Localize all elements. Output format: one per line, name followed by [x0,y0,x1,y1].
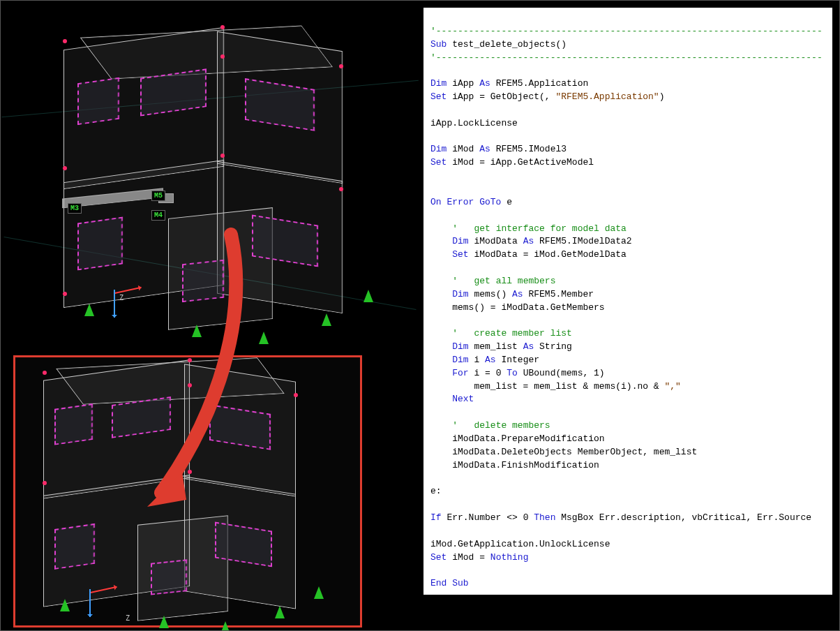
prepare-mod: iModData.PrepareModification [430,433,605,444]
i-decl: i [469,355,485,365]
comment-4: ' delete members [452,420,550,431]
code-editor[interactable]: '---------------------------------------… [423,8,832,595]
lock-license: iApp.LockLicense [430,118,518,128]
kw-to: To [507,368,518,378]
onerr-label: e [501,197,512,207]
axis-gizmo-top [112,269,154,311]
imod-assign: iMod = iApp.GetActiveModel [447,157,594,168]
comment-1: ' get interface for model data [452,223,627,234]
mems-assign: mems() = iModData.GetMembers [430,302,605,313]
viewport-before[interactable]: M3 M5 M4 Z [1,1,419,350]
iapp-assign: iApp = GetObject(, [447,91,555,102]
axis-label-z-bottom: Z [126,614,130,622]
loop-body: mem_list = mem_list & mems(i).no & [430,381,664,392]
delete-objects: iModData.DeleteObjects MemberObject, mem… [430,447,697,457]
kw-as: As [479,78,490,89]
finish-mod: iModData.FinishModification [430,460,599,470]
for-d: UBound(mems, 1) [518,368,605,378]
kw-endsub: End Sub [430,578,469,588]
kw-as6: As [485,355,496,365]
kw-set4: Set [430,552,447,563]
mems-type: RFEM5.Member [523,289,594,299]
memlist-decl: mem_list [469,341,523,352]
kw-set: Set [430,91,447,102]
kw-dim3: Dim [452,236,468,246]
kw-as5: As [523,341,534,352]
kw-sub: Sub [430,39,447,50]
set-nothing: iMod = [447,552,490,563]
imod-type: RFEM5.IModel3 [490,144,567,154]
kw-onerror: On Error GoTo [430,197,501,207]
kw-set3: Set [452,249,468,260]
iapp-decl: iApp [447,78,479,89]
building-after [22,363,357,621]
if-body: MsgBox Err.description, vbCritical, Err.… [555,512,811,523]
memlist-type: String [534,341,572,352]
kw-dim: Dim [430,78,447,89]
for-b: i = 0 [469,368,507,378]
sub-name: test_delete_objects() [447,39,567,50]
iapp-str: "RFEM5.Application" [555,91,659,102]
kw-dim5: Dim [452,341,468,352]
kw-as2: As [479,144,490,154]
kw-as4: As [512,289,523,299]
kw-set2: Set [430,157,447,168]
kw-as3: As [523,236,534,246]
member-label-m5: M5 [151,191,165,201]
imoddata-assign: iModData = iMod.GetModelData [469,249,627,260]
imod-decl: iMod [447,144,479,154]
viewport-after[interactable]: Z [13,355,362,628]
mems-decl: mems() [469,289,512,299]
kw-for: For [452,368,468,378]
iapp-type: RFEM5.Application [490,78,588,89]
kw-nothing: Nothing [490,552,529,563]
comment-3: ' create member list [452,328,572,339]
code-separator: '---------------------------------------… [430,26,823,36]
axis-gizmo-bottom [88,568,130,610]
kw-dim4: Dim [452,289,468,299]
kw-then: Then [534,512,555,523]
if-cond: Err.Number <> 0 [442,512,534,523]
imoddata-decl: iModData [469,236,523,246]
kw-if: If [430,512,442,523]
member-label-m3: M3 [68,203,82,214]
loop-str: "," [664,381,680,392]
comment-2: ' get all members [452,276,555,286]
building-before [43,31,384,332]
iapp-end: ) [659,91,665,102]
i-type: Integer [496,355,539,365]
kw-next: Next [452,394,474,404]
kw-dim2: Dim [430,144,447,154]
unlock-license: iMod.GetApplication.UnlockLicense [430,539,610,549]
kw-dim6: Dim [452,355,468,365]
label-e: e: [430,486,442,496]
member-label-m4: M4 [151,210,165,221]
imoddata-type: RFEM5.IModelData2 [534,236,631,246]
axis-label-z: Z [119,294,123,302]
code-separator2: '---------------------------------------… [430,52,823,63]
